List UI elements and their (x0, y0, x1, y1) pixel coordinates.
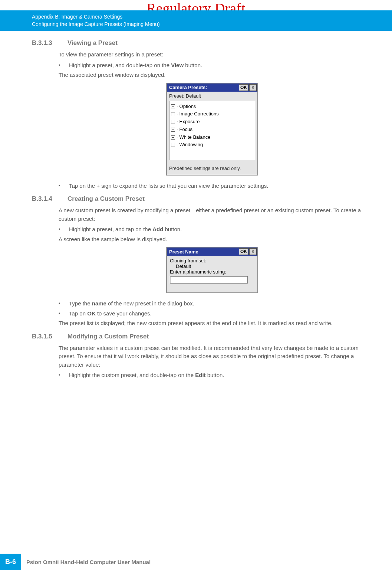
text-fragment: Highlight a preset, and tap on the (69, 226, 152, 232)
text-bold: Add (152, 226, 163, 232)
ok-button[interactable]: OK (239, 248, 248, 255)
section-number: B.3.1.5 (32, 333, 58, 340)
bullet-text: Tap on OK to save your changes. (69, 309, 152, 318)
tree-connector-icon: ·· (177, 134, 178, 140)
text-fragment: Highlight a preset, and double-tap on th… (69, 62, 171, 68)
text-fragment: button. (184, 62, 202, 68)
dialog-title: Camera Presets: (169, 85, 207, 90)
ok-button[interactable]: OK (239, 84, 248, 91)
tree-label: Focus (179, 126, 192, 134)
bullet-text: Type the name of the new preset in the d… (69, 299, 194, 308)
expand-icon[interactable] (171, 128, 175, 132)
preset-name-label: Preset: Default (167, 92, 257, 100)
page-footer: B-6 Psion Omnii Hand-Held Computer User … (0, 554, 392, 570)
close-button[interactable]: × (249, 84, 257, 91)
expand-icon[interactable] (171, 143, 175, 147)
header-line-1: Appendix B: Imager & Camera Settings (32, 13, 392, 21)
text-fragment: button. (163, 226, 182, 232)
expand-icon[interactable] (171, 112, 175, 116)
bullet-item: • Tap on the + sign to expand the lists … (59, 182, 366, 190)
page-header: Appendix B: Imager & Camera Settings Con… (0, 10, 392, 31)
section-title: Modifying a Custom Preset (67, 333, 149, 340)
paragraph: To view the parameter settings in a pres… (59, 50, 366, 59)
bullet-dot-icon: • (59, 61, 62, 70)
expand-icon[interactable] (171, 135, 175, 140)
tree-item[interactable]: ··Options (171, 103, 253, 111)
cloning-from-value: Default (170, 263, 254, 269)
tree-connector-icon: ·· (177, 104, 178, 109)
bullet-dot-icon: • (59, 225, 62, 234)
tree-item[interactable]: ··Image Corrections (171, 110, 253, 118)
page-content: B.3.1.3 Viewing a Preset To view the par… (32, 39, 366, 381)
dialog-titlebar: Camera Presets: OK × (167, 83, 257, 92)
enter-string-label: Enter alphanumeric string: (170, 269, 254, 275)
header-line-2: Configuring the Image Capture Presets (I… (32, 21, 392, 28)
section-title: Creating a Custom Preset (67, 195, 145, 203)
section-heading: B.3.1.3 Viewing a Preset (32, 39, 366, 47)
close-button[interactable]: × (249, 248, 257, 255)
preset-name-input[interactable] (170, 276, 248, 284)
camera-presets-dialog: Camera Presets: OK × Preset: Default ··O… (167, 83, 258, 175)
section-number: B.3.1.4 (32, 195, 58, 203)
section-heading: B.3.1.4 Creating a Custom Preset (32, 195, 366, 203)
section-title: Viewing a Preset (67, 39, 118, 47)
text-fragment: button. (206, 372, 224, 378)
text-fragment: to save your changes. (96, 310, 152, 317)
readonly-note: Predefined settings are read only. (167, 163, 257, 175)
paragraph: The preset list is displayed; the new cu… (59, 319, 366, 328)
paragraph: The parameter values in a custom preset … (59, 344, 366, 369)
paragraph: A screen like the sample below is displa… (59, 235, 366, 244)
expand-icon[interactable] (171, 104, 175, 108)
text-bold: Edit (195, 372, 205, 378)
bullet-dot-icon: • (59, 371, 62, 380)
paragraph: The associated preset window is displaye… (59, 71, 366, 79)
tree-label: Exposure (179, 118, 200, 126)
bullet-text: Highlight a preset, and double-tap on th… (69, 61, 202, 70)
tree-label: Image Corrections (179, 110, 219, 118)
text-bold: name (92, 300, 106, 307)
tree-item[interactable]: ··Windowing (171, 141, 253, 149)
page-number: B-6 (0, 554, 21, 570)
bullet-item: • Type the name of the new preset in the… (59, 299, 366, 308)
section-number: B.3.1.3 (32, 39, 58, 47)
tree-connector-icon: ·· (177, 111, 178, 117)
footer-title: Psion Omnii Hand-Held Computer User Manu… (21, 559, 151, 565)
preset-name-dialog: Preset Name OK × Cloning from set: Defau… (167, 247, 258, 293)
text-bold: View (171, 62, 184, 68)
tree-connector-icon: ·· (177, 119, 178, 125)
tree-label: Options (179, 103, 196, 111)
tree-item[interactable]: ··Focus (171, 126, 253, 134)
bullet-dot-icon: • (59, 299, 62, 308)
text-fragment: Type the (69, 300, 92, 307)
expand-icon[interactable] (171, 120, 175, 124)
text-fragment: of the new preset in the dialog box. (106, 300, 194, 307)
section-heading: B.3.1.5 Modifying a Custom Preset (32, 333, 366, 340)
text-bold: OK (87, 310, 96, 317)
bullet-item: • Tap on OK to save your changes. (59, 309, 366, 318)
dialog-body: Cloning from set: Default Enter alphanum… (167, 256, 257, 292)
bullet-text: Highlight the custom preset, and double-… (69, 371, 224, 380)
text-fragment: Highlight the custom preset, and double-… (69, 372, 195, 378)
bullet-dot-icon: • (59, 309, 62, 318)
cloning-from-label: Cloning from set: (170, 258, 254, 263)
tree-item[interactable]: ··Exposure (171, 118, 253, 126)
paragraph: A new custom preset is created by modify… (59, 206, 366, 223)
bullet-item: • Highlight a preset, and tap on the Add… (59, 225, 366, 234)
tree-item[interactable]: ··White Balance (171, 134, 253, 141)
tree-label: Windowing (179, 141, 203, 149)
tree-connector-icon: ·· (177, 127, 178, 132)
bullet-dot-icon: • (59, 182, 62, 190)
tree-connector-icon: ·· (177, 142, 178, 148)
text-fragment: Tap on (69, 310, 87, 317)
tree-label: White Balance (179, 134, 211, 141)
tree-view[interactable]: ··Options ··Image Corrections ··Exposure… (169, 101, 255, 160)
bullet-item: • Highlight the custom preset, and doubl… (59, 371, 366, 380)
bullet-text: Tap on the + sign to expand the lists so… (69, 182, 268, 190)
dialog-title: Preset Name (169, 249, 198, 255)
bullet-item: • Highlight a preset, and double-tap on … (59, 61, 366, 70)
dialog-titlebar: Preset Name OK × (167, 248, 257, 256)
bullet-text: Highlight a preset, and tap on the Add b… (69, 225, 182, 234)
